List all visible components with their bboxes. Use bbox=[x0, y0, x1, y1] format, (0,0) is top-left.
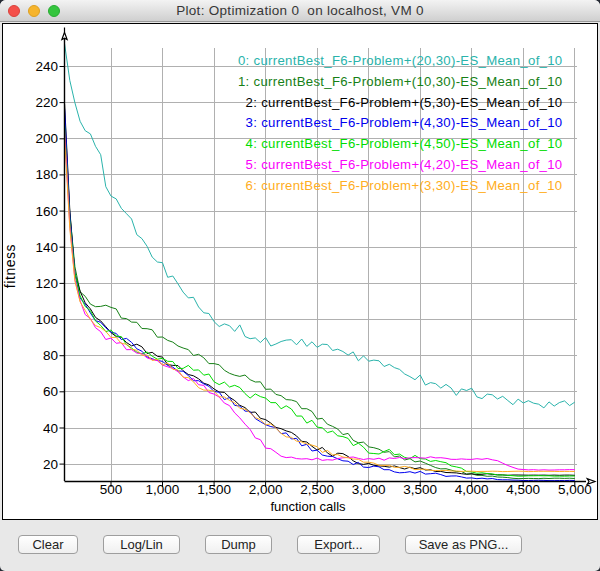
svg-text:1: currentBest_F6-Problem+(10,: 1: currentBest_F6-Problem+(10,30)-ES_Mea… bbox=[238, 74, 563, 89]
svg-text:2: currentBest_F6-Problem+(5,3: 2: currentBest_F6-Problem+(5,30)-ES_Mean… bbox=[246, 95, 563, 110]
svg-text:3: currentBest_F6-Problem+(4,3: 3: currentBest_F6-Problem+(4,30)-ES_Mean… bbox=[246, 115, 563, 130]
svg-text:4,000: 4,000 bbox=[455, 482, 489, 497]
svg-text:40: 40 bbox=[43, 421, 58, 436]
svg-text:160: 160 bbox=[35, 204, 58, 219]
svg-text:140: 140 bbox=[35, 240, 58, 255]
svg-text:240: 240 bbox=[35, 59, 58, 74]
svg-text:0: currentBest_F6-Problem+(20,: 0: currentBest_F6-Problem+(20,30)-ES_Mea… bbox=[238, 53, 563, 68]
svg-text:4,500: 4,500 bbox=[506, 482, 540, 497]
svg-text:2,500: 2,500 bbox=[300, 482, 334, 497]
svg-text:2,000: 2,000 bbox=[249, 482, 283, 497]
svg-text:5,000: 5,000 bbox=[558, 482, 592, 497]
svg-text:120: 120 bbox=[35, 276, 58, 291]
svg-text:5: currentBest_F6-Problem+(4,2: 5: currentBest_F6-Problem+(4,20)-ES_Mean… bbox=[246, 157, 563, 172]
svg-text:4: currentBest_F6-Problem+(4,5: 4: currentBest_F6-Problem+(4,50)-ES_Mean… bbox=[246, 136, 563, 151]
svg-text:1,500: 1,500 bbox=[197, 482, 231, 497]
svg-text:220: 220 bbox=[35, 95, 58, 110]
svg-text:60: 60 bbox=[43, 384, 58, 399]
svg-text:200: 200 bbox=[35, 131, 58, 146]
svg-text:180: 180 bbox=[35, 167, 58, 182]
svg-text:fitness: fitness bbox=[3, 244, 18, 288]
svg-text:3,500: 3,500 bbox=[403, 482, 437, 497]
svg-text:6: currentBest_F6-Problem+(3,3: 6: currentBest_F6-Problem+(3,30)-ES_Mean… bbox=[246, 178, 563, 193]
svg-text:function calls: function calls bbox=[270, 499, 346, 514]
svg-text:80: 80 bbox=[43, 348, 58, 363]
svg-text:20: 20 bbox=[43, 457, 58, 472]
svg-text:100: 100 bbox=[35, 312, 58, 327]
svg-text:3,000: 3,000 bbox=[352, 482, 386, 497]
svg-text:1,000: 1,000 bbox=[146, 482, 180, 497]
svg-text:500: 500 bbox=[100, 482, 123, 497]
